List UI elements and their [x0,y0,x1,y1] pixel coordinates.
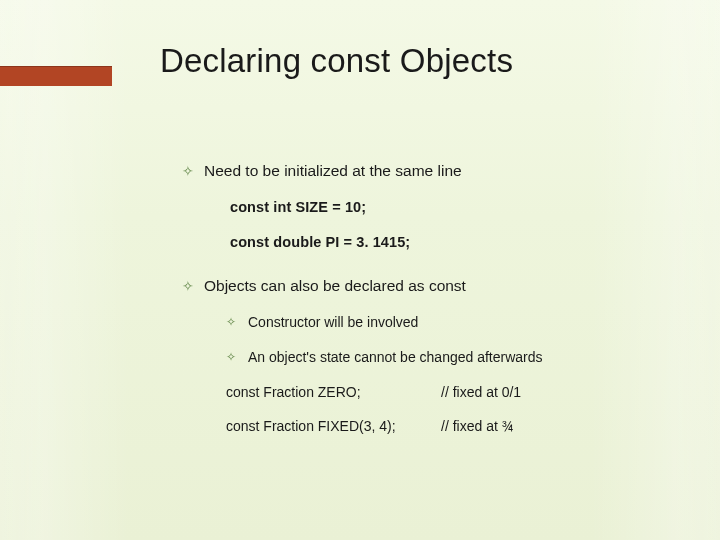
code-comment: // fixed at 0/1 [441,384,521,401]
list-item: ✧ Need to be initialized at the same lin… [182,162,680,251]
code-line: const double PI = 3. 1415; [230,234,680,251]
code-line: const int SIZE = 10; [230,199,680,216]
code-comment: // fixed at ¾ [441,418,513,435]
page-title: Declaring const Objects [160,42,513,80]
diamond-icon: ✧ [226,315,236,329]
diamond-icon: ✧ [182,163,194,180]
bullet-text: An object's state cannot be changed afte… [248,349,543,365]
code-text: const Fraction ZERO; [226,384,441,401]
slide-content: ✧ Need to be initialized at the same lin… [182,162,680,449]
diamond-icon: ✧ [226,350,236,364]
bullet-text: Objects can also be declared as const [204,277,466,294]
diamond-icon: ✧ [182,278,194,295]
list-item: ✧ An object's state cannot be changed af… [226,349,680,366]
bullet-text: Need to be initialized at the same line [204,162,462,179]
code-row: const Fraction ZERO; // fixed at 0/1 [226,384,680,401]
accent-bar [0,66,112,86]
code-row: const Fraction FIXED(3, 4); // fixed at … [226,418,680,435]
list-item: ✧ Constructor will be involved [226,314,680,331]
bullet-text: Constructor will be involved [248,314,418,330]
code-text: const Fraction FIXED(3, 4); [226,418,441,435]
list-item: ✧ Objects can also be declared as const … [182,277,680,435]
